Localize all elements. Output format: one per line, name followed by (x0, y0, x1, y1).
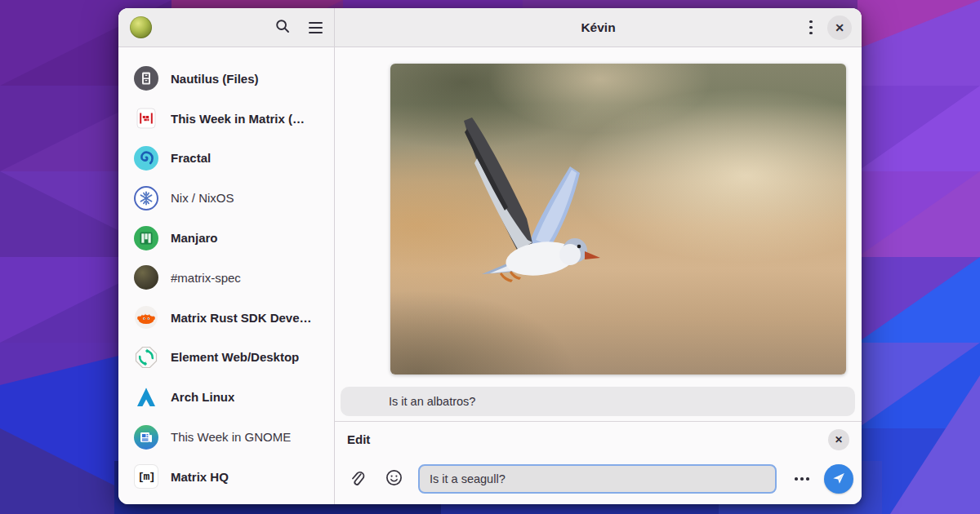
nautilus-icon (134, 66, 158, 91)
search-icon (274, 18, 291, 37)
room-label: This Week in Matrix (… (171, 112, 305, 126)
emoji-icon (385, 469, 403, 489)
room-matrix-rust-sdk[interactable]: Matrix Rust SDK Deve… (118, 298, 334, 338)
element-icon (134, 345, 158, 370)
room-list: Nautilus (Files) This Week in Matrix (… … (118, 47, 334, 504)
chat-headerbar: Kévin ✕ (335, 8, 862, 47)
rust-sdk-crab-icon (134, 305, 158, 330)
manjaro-icon (134, 226, 158, 250)
room-label: Arch Linux (171, 390, 234, 404)
room-nautilus-files[interactable]: Nautilus (Files) (118, 59, 334, 99)
twim-icon (134, 106, 158, 131)
matrix-hq-icon: [m] (134, 464, 158, 489)
room-element-web-desktop[interactable]: Element Web/Desktop (118, 338, 334, 378)
account-avatar[interactable] (130, 16, 152, 38)
seagull-illustration (448, 111, 611, 290)
message-bubble[interactable]: Is it an albatros? (341, 387, 855, 416)
more-options-button[interactable] (791, 474, 813, 484)
main-menu-button[interactable] (309, 22, 323, 33)
room-label: Matrix HQ (171, 470, 229, 484)
cancel-edit-button[interactable]: ✕ (828, 429, 849, 450)
room-this-week-in-gnome[interactable]: This Week in GNOME (118, 417, 334, 457)
room-label: Fractal (171, 151, 211, 165)
room-nix-nixos[interactable]: Nix / NixOS (118, 178, 334, 218)
message-composer (335, 457, 862, 504)
more-options-icon (795, 477, 809, 481)
attach-button[interactable] (349, 469, 366, 490)
nixos-icon (134, 186, 158, 210)
arch-linux-icon (134, 385, 158, 410)
message-text: Is it an albatros? (389, 395, 475, 408)
emoji-button[interactable] (385, 469, 403, 489)
room-menu-button[interactable] (806, 17, 816, 38)
sidebar-headerbar (118, 8, 334, 47)
close-room-button[interactable]: ✕ (827, 16, 852, 40)
attach-icon (349, 469, 366, 490)
twig-icon (134, 425, 158, 450)
room-label: Nix / NixOS (171, 191, 234, 205)
edit-label: Edit (347, 432, 370, 446)
fractal-icon (134, 146, 158, 171)
room-matrix-hq[interactable]: [m] Matrix HQ (118, 457, 334, 497)
matrix-spec-avatar (134, 265, 158, 290)
chat-title: Kévin (335, 20, 862, 35)
send-icon (831, 471, 846, 488)
room-manjaro[interactable]: Manjaro (118, 218, 334, 258)
more-menu-icon (809, 20, 813, 35)
chat-pane: Kévin ✕ (335, 8, 862, 504)
seagull-photo-message[interactable] (390, 64, 846, 374)
room-label: This Week in GNOME (171, 430, 291, 444)
fractal-window: Nautilus (Files) This Week in Matrix (… … (118, 8, 862, 504)
message-history: Is it an albatros? (335, 47, 862, 421)
room-matrix-spec[interactable]: #matrix-spec (118, 258, 334, 298)
edit-bar: Edit ✕ (335, 421, 862, 457)
search-button[interactable] (274, 18, 291, 37)
room-label: #matrix-spec (171, 271, 241, 285)
message-input[interactable] (418, 464, 777, 494)
room-label: Manjaro (171, 231, 218, 245)
sidebar: Nautilus (Files) This Week in Matrix (… … (118, 8, 335, 504)
room-this-week-in-matrix[interactable]: This Week in Matrix (… (118, 99, 334, 139)
send-button[interactable] (824, 464, 853, 494)
hamburger-icon (309, 22, 323, 33)
room-fractal[interactable]: Fractal (118, 139, 334, 179)
room-label: Element Web/Desktop (171, 350, 299, 364)
room-arch-linux[interactable]: Arch Linux (118, 377, 334, 417)
room-label: Nautilus (Files) (171, 72, 259, 86)
room-label: Matrix Rust SDK Deve… (171, 311, 312, 325)
